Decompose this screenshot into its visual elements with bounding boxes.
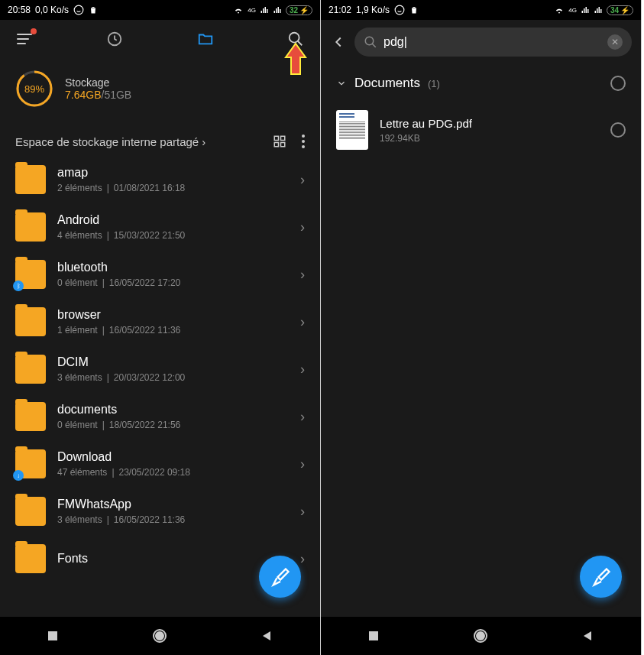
result-filesize: 192.94KB [380, 133, 599, 144]
section-header[interactable]: Documents (1) [321, 64, 641, 102]
status-netspeed: 1,9 Ko/s [356, 5, 390, 15]
clean-fab-button[interactable] [580, 556, 622, 598]
wifi-icon [233, 5, 244, 15]
storage-summary[interactable]: 89% Stockage 7.64GB/51GB [0, 58, 320, 127]
chevron-right-icon: › [300, 362, 305, 378]
trash-icon [89, 5, 98, 15]
chevron-right-icon: › [300, 456, 305, 472]
charging-icon: ⚡ [620, 6, 629, 15]
nav-recents-button[interactable] [367, 630, 380, 642]
svg-point-16 [365, 37, 374, 45]
files-tab-button[interactable] [196, 30, 215, 48]
status-netspeed: 0,0 Ko/s [35, 5, 69, 15]
nav-home-button[interactable] [473, 628, 488, 644]
search-icon [364, 35, 377, 49]
folder-item[interactable]: ᛒ bluetooth 0 élément|16/05/2022 17:20 › [0, 251, 320, 298]
file-list: amap 2 éléments|01/08/2021 16:18 › Andro… [0, 156, 320, 582]
nav-back-button[interactable] [582, 630, 594, 642]
section-count: (1) [428, 78, 440, 89]
folder-item[interactable]: amap 2 éléments|01/08/2021 16:18 › [0, 156, 320, 203]
svg-point-15 [395, 5, 404, 15]
status-bar: 21:02 1,9 Ko/s 4G 34 ⚡ [321, 0, 641, 20]
svg-rect-12 [48, 631, 57, 640]
trash-icon [409, 5, 419, 15]
navbar [0, 617, 320, 655]
svg-point-10 [302, 140, 305, 143]
nav-back-button[interactable] [261, 630, 273, 642]
chevron-right-icon: › [300, 409, 305, 425]
whatsapp-icon [394, 5, 405, 15]
breadcrumb-path[interactable]: Espace de stockage interne partagé › [15, 135, 205, 148]
grid-view-button[interactable] [273, 135, 286, 148]
folder-item[interactable]: DCIM 3 éléments|20/03/2022 12:00 › [0, 345, 320, 393]
folder-item[interactable]: Android 4 éléments|15/03/2022 21:50 › [0, 203, 320, 251]
svg-point-19 [477, 632, 484, 640]
folder-icon [15, 165, 46, 194]
folder-item[interactable]: FMWhatsApp 3 éléments|16/05/2022 11:36 › [0, 488, 320, 535]
wifi-icon [554, 5, 565, 15]
folder-icon [15, 212, 46, 242]
recent-button[interactable] [105, 30, 124, 48]
svg-point-0 [74, 5, 83, 15]
folder-item[interactable]: documents 0 élément|18/05/2022 21:56 › [0, 393, 320, 440]
signal-4g-icon: 4G [568, 7, 577, 14]
svg-point-2 [290, 33, 299, 43]
folder-icon: ᛒ [15, 260, 46, 289]
folder-item[interactable]: ↓ Download 47 éléments|23/05/2022 09:18 … [0, 440, 320, 488]
folder-icon: ↓ [15, 449, 46, 478]
signal-4g-icon: 4G [248, 7, 256, 14]
search-header: pdg ✕ [321, 20, 641, 64]
svg-rect-5 [274, 136, 278, 140]
chevron-right-icon: › [202, 135, 205, 148]
signal2-icon [594, 5, 603, 15]
folder-icon [15, 355, 46, 384]
signal-icon [260, 5, 269, 15]
menu-button[interactable] [15, 30, 34, 48]
folder-icon [15, 307, 46, 336]
svg-rect-7 [274, 143, 278, 147]
whatsapp-icon [73, 5, 84, 15]
nav-home-button[interactable] [152, 628, 167, 644]
svg-rect-17 [369, 631, 378, 640]
storage-total: 51GB [104, 89, 131, 101]
breadcrumb: Espace de stockage interne partagé › [0, 127, 320, 156]
folder-icon [15, 497, 46, 526]
search-result-item[interactable]: Lettre au PDG.pdf 192.94KB [321, 102, 641, 157]
bluetooth-badge-icon: ᛒ [13, 280, 24, 291]
result-filename: Lettre au PDG.pdf [380, 117, 599, 130]
search-results-screen: 21:02 1,9 Ko/s 4G 34 ⚡ [321, 0, 642, 655]
status-bar: 20:58 0,0 Ko/s 4G 32 ⚡ [0, 0, 320, 20]
chevron-down-icon [336, 78, 347, 89]
navbar [321, 617, 641, 655]
clean-fab-button[interactable] [259, 556, 301, 598]
pdf-thumbnail-icon [336, 110, 368, 150]
more-options-button[interactable] [302, 135, 305, 148]
back-button[interactable] [330, 34, 347, 50]
toolbar [0, 20, 320, 58]
storage-label: Stockage [65, 76, 131, 89]
folder-item[interactable]: browser 1 élément|16/05/2022 11:36 › [0, 298, 320, 345]
svg-point-14 [156, 632, 163, 640]
chevron-right-icon: › [300, 172, 305, 188]
svg-rect-8 [281, 143, 285, 147]
search-box: pdg ✕ [354, 28, 632, 57]
nav-recents-button[interactable] [47, 630, 59, 642]
charging-icon: ⚡ [299, 6, 309, 15]
notification-dot-icon [31, 28, 37, 34]
status-time: 21:02 [328, 5, 351, 15]
storage-used: 7.64GB [65, 89, 101, 101]
svg-rect-6 [281, 136, 285, 140]
folder-icon [15, 402, 46, 431]
select-item-checkbox[interactable] [610, 122, 626, 138]
download-badge-icon: ↓ [13, 470, 24, 481]
clear-search-button[interactable]: ✕ [607, 34, 623, 50]
file-manager-screen: 20:58 0,0 Ko/s 4G 32 ⚡ [0, 0, 321, 655]
svg-point-9 [302, 135, 305, 138]
chevron-right-icon: › [300, 314, 305, 330]
storage-percent: 89% [15, 70, 53, 108]
select-all-checkbox[interactable] [610, 76, 626, 91]
search-input[interactable]: pdg [383, 35, 601, 49]
chevron-right-icon: › [300, 219, 305, 235]
section-title: Documents [354, 76, 420, 91]
signal2-icon [273, 5, 282, 15]
